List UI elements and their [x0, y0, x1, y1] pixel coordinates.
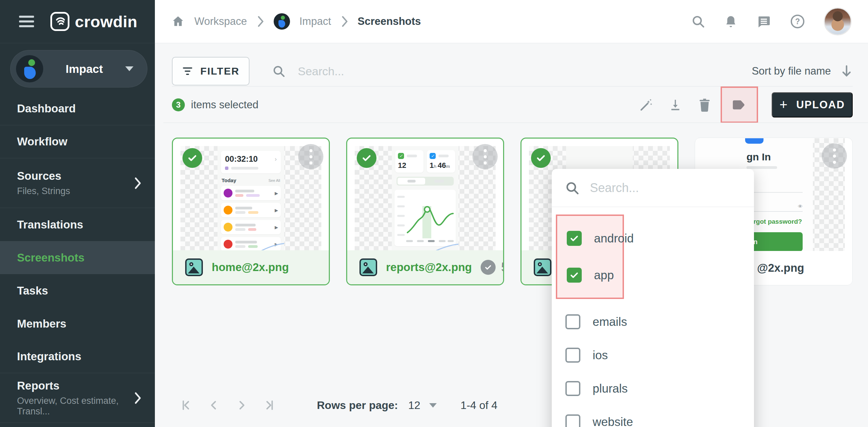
home-icon[interactable] — [171, 15, 185, 28]
header-actions: ? — [691, 7, 852, 35]
last-page-icon[interactable] — [256, 399, 284, 411]
label-option-android[interactable]: android — [557, 225, 623, 252]
check-icon — [481, 260, 496, 275]
thumb-stat1: 12 — [398, 161, 421, 170]
breadcrumb-workspace[interactable]: Workspace — [194, 15, 247, 28]
rows-per-page-select[interactable]: 12 — [408, 399, 437, 412]
checkbox-checked-icon[interactable] — [567, 231, 582, 246]
sidebar-top: crowdin — [0, 0, 155, 43]
sidebar-item-label: Workflow — [17, 135, 141, 148]
prev-page-icon[interactable] — [200, 399, 228, 411]
screenshot-card-reports[interactable]: ✓ 12 ✓ 1h 46m — [346, 138, 504, 285]
hamburger-menu-icon[interactable] — [19, 16, 34, 27]
sidebar-item-tasks[interactable]: Tasks — [0, 274, 155, 307]
selection-bar: 3 items selected + — [172, 87, 853, 123]
sidebar-item-label: Sources — [17, 170, 141, 183]
label-option-emails[interactable]: emails — [552, 305, 754, 338]
thumb-segmented-control — [397, 177, 454, 186]
chevron-right-icon — [133, 177, 142, 189]
play-icon: ▶ — [275, 225, 278, 230]
filter-label: FILTER — [200, 65, 240, 77]
label-tag-icon[interactable] — [732, 98, 747, 112]
search-input[interactable] — [298, 65, 570, 78]
help-icon[interactable]: ? — [790, 14, 805, 29]
screenshot-card-home[interactable]: 00:32:10 › Today See All ▶ — [172, 138, 330, 285]
search-icon — [565, 180, 580, 195]
checkbox-unchecked-icon[interactable] — [565, 381, 580, 396]
notifications-bell-icon[interactable] — [724, 14, 738, 29]
sidebar-item-label: Tasks — [17, 284, 141, 297]
card-menu-kebab-icon[interactable] — [472, 144, 498, 169]
selected-check-icon[interactable] — [531, 148, 551, 168]
brand-name: crowdin — [75, 12, 138, 31]
upload-button[interactable]: + UPLOAD — [772, 92, 853, 117]
card-filename[interactable]: reports@2x.png — [386, 261, 472, 274]
chevron-right-icon — [133, 392, 142, 404]
labels-search-field — [552, 169, 754, 207]
tag-count-value: 5 — [501, 260, 504, 274]
sidebar-item-subtitle: Files, Strings — [17, 186, 141, 196]
image-file-icon — [359, 258, 377, 276]
label-option-plurals[interactable]: plurals — [552, 372, 754, 405]
project-name: Impact — [43, 62, 125, 76]
thumb-section: Today — [222, 177, 236, 183]
user-avatar[interactable] — [824, 7, 852, 35]
card-filename[interactable]: home@2x.png — [212, 261, 289, 274]
filter-button[interactable]: FILTER — [172, 57, 250, 85]
search-icon[interactable] — [691, 14, 705, 29]
search-icon — [272, 64, 286, 78]
label-option-app[interactable]: app — [557, 262, 623, 289]
checkbox-unchecked-icon[interactable] — [565, 348, 580, 363]
label-option-ios[interactable]: ios — [552, 338, 754, 372]
sidebar-item-label: Members — [17, 317, 141, 330]
label-option-website[interactable]: website — [552, 405, 754, 427]
download-icon[interactable] — [661, 87, 690, 123]
caret-down-icon — [429, 403, 437, 408]
sidebar-item-label: Screenshots — [17, 251, 141, 264]
selected-check-icon[interactable] — [357, 148, 376, 168]
sort-arrow-down-icon — [840, 64, 853, 78]
sidebar-item-reports[interactable]: Reports Overview, Cost estimate, Transl.… — [0, 373, 155, 423]
sort-control[interactable]: Sort by file name — [752, 64, 853, 78]
selected-check-icon[interactable] — [182, 148, 202, 168]
card-filename[interactable]: @2x.png — [757, 262, 804, 274]
label-name: plurals — [593, 382, 628, 395]
filter-icon — [182, 66, 193, 76]
chevron-right-icon — [257, 16, 264, 27]
screenshots-toolbar: FILTER Sort by file name — [172, 56, 853, 86]
card-menu-kebab-icon[interactable] — [822, 143, 847, 169]
selection-actions: + UPLOAD — [631, 86, 853, 123]
auto-tag-wand-icon[interactable] — [631, 87, 661, 123]
checkbox-unchecked-icon[interactable] — [565, 414, 580, 427]
unchecked-labels: emails ios plurals website — [552, 305, 754, 427]
tagged-strings-count: 5 — [481, 260, 504, 275]
first-page-icon[interactable] — [172, 399, 200, 411]
sidebar-item-workflow[interactable]: Workflow — [0, 125, 155, 158]
card-menu-kebab-icon[interactable] — [298, 144, 323, 169]
sidebar-item-label: Integrations — [17, 350, 141, 363]
sidebar-item-members[interactable]: Members — [0, 307, 155, 340]
delete-trash-icon[interactable] — [690, 87, 719, 123]
sidebar-item-sources[interactable]: Sources Files, Strings — [0, 158, 155, 208]
divider — [163, 123, 868, 123]
project-selector[interactable]: Impact — [10, 50, 147, 88]
upload-label: UPLOAD — [796, 99, 845, 111]
crowdin-screenshots-page: { "sidebar": { "brand": "crowdin", "proj… — [0, 0, 868, 427]
sidebar-item-integrations[interactable]: Integrations — [0, 340, 155, 373]
checked-labels-highlight: android app — [556, 215, 624, 299]
sidebar-item-dashboard[interactable]: Dashboard — [0, 92, 155, 125]
checkbox-checked-icon[interactable] — [567, 268, 582, 283]
next-page-icon[interactable] — [228, 399, 256, 411]
breadcrumb-project[interactable]: Impact — [300, 15, 331, 28]
sidebar-item-translations[interactable]: Translations — [0, 208, 155, 241]
labels-search-input[interactable] — [590, 181, 726, 195]
sidebar-item-screenshots[interactable]: Screenshots — [0, 241, 155, 274]
card-footer: home@2x.png — [173, 250, 329, 284]
thumb-stat2-m: 46 — [438, 161, 446, 170]
messages-icon[interactable] — [756, 14, 771, 29]
sidebar-nav: Dashboard Workflow Sources Files, String… — [0, 92, 155, 423]
checkbox-unchecked-icon[interactable] — [565, 314, 580, 329]
breadcrumb-project-avatar — [274, 13, 290, 30]
crowdin-logo[interactable]: crowdin — [50, 12, 138, 31]
eye-icon: 👁 — [798, 204, 803, 209]
